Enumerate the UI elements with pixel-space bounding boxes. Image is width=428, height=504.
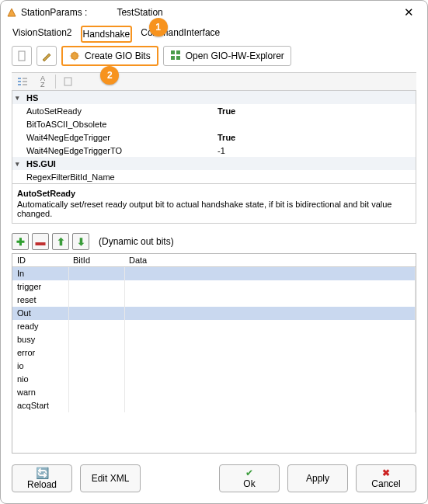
- table-row[interactable]: ready: [12, 320, 416, 333]
- table-row[interactable]: In: [12, 267, 416, 280]
- cell-bitid[interactable]: [68, 360, 124, 373]
- prop-regexfilter[interactable]: RegexFilterBitId_Name: [12, 170, 416, 183]
- prop-value[interactable]: True: [217, 133, 412, 142]
- alphabetical-view-button[interactable]: AZ: [35, 75, 50, 89]
- prop-label: AutoSetReady: [16, 106, 217, 116]
- svg-rect-2: [171, 50, 175, 54]
- reload-icon: 🔄: [36, 467, 49, 479]
- cell-id[interactable]: In: [12, 267, 68, 280]
- cell-id[interactable]: warn: [12, 386, 68, 399]
- cell-bitid[interactable]: [68, 320, 124, 333]
- col-bitid[interactable]: BitId: [68, 254, 124, 267]
- table-row[interactable]: error: [12, 346, 416, 360]
- new-doc-button[interactable]: [12, 46, 32, 66]
- category-hs-label: HS: [26, 93, 228, 103]
- cell-bitid[interactable]: [68, 373, 124, 386]
- dynamic-bits-table[interactable]: ID BitId Data IntriggerresetOutreadybusy…: [12, 254, 416, 412]
- table-row[interactable]: reset: [12, 294, 416, 307]
- col-id[interactable]: ID: [12, 254, 68, 267]
- table-row[interactable]: busy: [12, 333, 416, 346]
- cell-data[interactable]: [124, 386, 416, 399]
- svg-rect-3: [176, 50, 180, 54]
- svg-rect-6: [18, 78, 21, 79]
- cell-id[interactable]: busy: [12, 333, 68, 346]
- cell-bitid[interactable]: [68, 333, 124, 346]
- property-help: AutoSetReady Automatically set/reset rea…: [12, 183, 416, 223]
- svg-rect-8: [18, 84, 21, 85]
- table-row[interactable]: Out: [12, 307, 416, 320]
- collapse-icon[interactable]: ▾: [16, 94, 26, 102]
- tab-visionstation2[interactable]: VisionStation2: [12, 26, 73, 43]
- collapse-icon[interactable]: ▾: [16, 160, 26, 168]
- category-hs-gui[interactable]: ▾ HS.GUI: [12, 157, 416, 170]
- move-up-button[interactable]: ⬆: [52, 233, 69, 250]
- cell-id[interactable]: trigger: [12, 280, 68, 294]
- ok-label: Ok: [243, 478, 255, 489]
- cell-data[interactable]: [124, 360, 416, 373]
- prop-wait4negedge[interactable]: Wait4NegEdgeTrigger True: [12, 130, 416, 144]
- cell-bitid[interactable]: [68, 386, 124, 399]
- cell-data[interactable]: [124, 333, 416, 346]
- cell-data[interactable]: [124, 280, 416, 294]
- tab-handshake[interactable]: Handshake 1: [81, 26, 133, 43]
- cell-bitid[interactable]: [68, 307, 124, 320]
- cell-data[interactable]: [124, 346, 416, 360]
- edit-xml-button[interactable]: Edit XML: [80, 464, 141, 492]
- svg-rect-11: [23, 84, 27, 85]
- cell-bitid[interactable]: [68, 280, 124, 294]
- table-row[interactable]: io: [12, 360, 416, 373]
- cell-data[interactable]: [124, 373, 416, 386]
- svg-rect-5: [176, 56, 180, 60]
- reload-button[interactable]: 🔄 Reload: [12, 464, 72, 492]
- cell-id[interactable]: nio: [12, 373, 68, 386]
- cell-bitid[interactable]: [68, 267, 124, 280]
- create-gio-bits-label: Create GIO Bits: [85, 50, 151, 61]
- cell-data[interactable]: [124, 307, 416, 320]
- cancel-button[interactable]: ✖ Cancel: [356, 464, 416, 492]
- cell-data[interactable]: [124, 294, 416, 307]
- add-row-button[interactable]: ✚: [12, 233, 29, 250]
- remove-row-button[interactable]: ▬: [32, 233, 49, 250]
- cell-bitid[interactable]: [68, 294, 124, 307]
- title-prefix: StationParams :: [21, 7, 87, 18]
- create-gio-bits-button[interactable]: Create GIO Bits 2: [61, 46, 158, 66]
- help-text: Automatically set/reset ready output bit…: [17, 200, 411, 218]
- ok-button[interactable]: ✔ Ok: [219, 464, 280, 492]
- col-data[interactable]: Data: [124, 254, 416, 267]
- cancel-icon: ✖: [382, 468, 390, 478]
- cell-data[interactable]: [124, 320, 416, 333]
- cell-id[interactable]: reset: [12, 294, 68, 307]
- cell-bitid[interactable]: [68, 346, 124, 360]
- cell-id[interactable]: error: [12, 346, 68, 360]
- table-row[interactable]: warn: [12, 386, 416, 399]
- window-close-button[interactable]: ✕: [395, 2, 423, 23]
- category-hs[interactable]: ▾ HS: [12, 91, 416, 104]
- open-gio-explorer-button[interactable]: Open GIO-HW-Explorer: [163, 46, 291, 66]
- check-icon: ✔: [245, 468, 253, 478]
- table-row[interactable]: acqStart: [12, 399, 416, 412]
- cell-data[interactable]: [124, 399, 416, 412]
- prop-value[interactable]: -1: [217, 146, 412, 155]
- prop-bittoascii[interactable]: BitToASCII_Obsolete: [12, 117, 416, 130]
- open-gio-explorer-label: Open GIO-HW-Explorer: [186, 50, 284, 61]
- table-row[interactable]: nio: [12, 373, 416, 386]
- cell-data[interactable]: [124, 267, 416, 280]
- property-grid-toolbar: AZ: [12, 72, 416, 91]
- prop-wait4negedgeto[interactable]: Wait4NegEdgeTriggerTO -1: [12, 144, 416, 157]
- cell-id[interactable]: Out: [12, 307, 68, 320]
- prop-autosetready[interactable]: AutoSetReady True: [12, 104, 416, 117]
- apply-button[interactable]: Apply: [287, 464, 348, 492]
- prop-label: RegexFilterBitId_Name: [16, 172, 217, 182]
- cell-id[interactable]: acqStart: [12, 399, 68, 412]
- cell-id[interactable]: ready: [12, 320, 68, 333]
- prop-value[interactable]: True: [217, 106, 412, 116]
- dynamic-bits-label: (Dynamic out bits): [99, 236, 174, 247]
- cell-bitid[interactable]: [68, 399, 124, 412]
- svg-rect-10: [23, 81, 27, 82]
- edit-button[interactable]: [37, 46, 57, 66]
- cell-id[interactable]: io: [12, 360, 68, 373]
- property-pages-button[interactable]: [61, 75, 76, 89]
- categorized-view-button[interactable]: [15, 75, 30, 89]
- move-down-button[interactable]: ⬇: [72, 233, 89, 250]
- table-row[interactable]: trigger: [12, 280, 416, 294]
